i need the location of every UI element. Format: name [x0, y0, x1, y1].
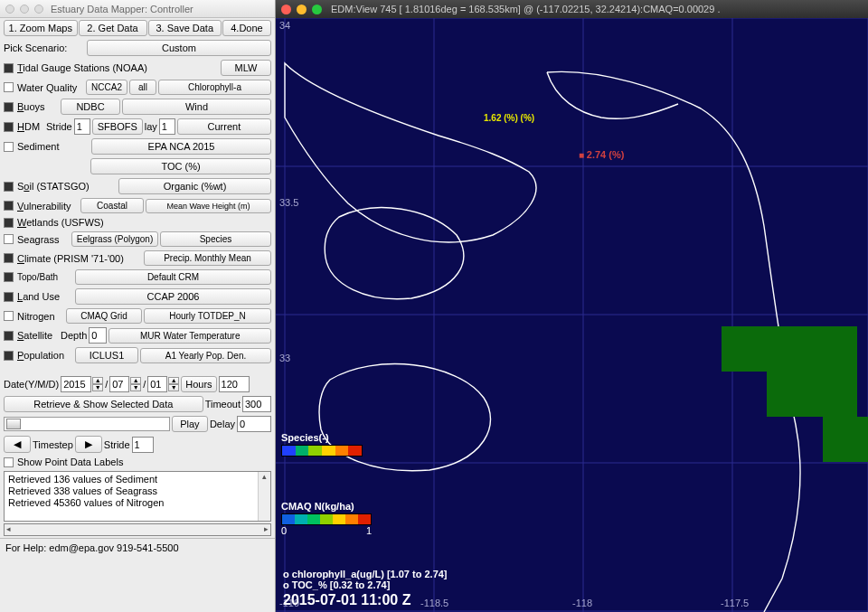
ytick: 34: [279, 20, 290, 31]
timestep-label: Timestep: [33, 439, 73, 450]
year-down[interactable]: ▼: [92, 384, 103, 391]
soil-check[interactable]: [4, 182, 14, 192]
buoy-a[interactable]: NDBC: [61, 99, 120, 115]
wq-check[interactable]: [4, 82, 14, 92]
log-line: Retrieved 338 values of Seagrass: [8, 485, 267, 497]
cmaq-cell: [812, 326, 857, 372]
hdm-src[interactable]: SFBOFS: [92, 118, 143, 135]
cmaq-legend: CMAQ N(kg/ha) 01: [281, 501, 372, 536]
day-down[interactable]: ▼: [168, 384, 179, 391]
year-up[interactable]: ▲: [92, 377, 103, 384]
map-window-controls[interactable]: [281, 5, 322, 14]
showlabels-check[interactable]: [4, 457, 14, 467]
log-line: Retrieved 45360 values of Nitrogen: [8, 497, 267, 509]
pop-b[interactable]: A1 Yearly Pop. Den.: [140, 348, 271, 363]
play-button[interactable]: Play: [172, 416, 208, 432]
sg-b[interactable]: Species: [160, 231, 271, 247]
scenario-select[interactable]: Custom: [87, 40, 271, 56]
controller-title: Estuary Data Mapper: Controller: [51, 4, 193, 14]
sat-depth-input[interactable]: [89, 327, 107, 344]
vuln-b[interactable]: Mean Wave Height (m): [146, 199, 271, 213]
step-back-button[interactable]: ◀: [4, 436, 31, 453]
wet-check[interactable]: [4, 218, 14, 228]
tidal-opt[interactable]: MLW: [221, 60, 271, 76]
sat-check[interactable]: [4, 331, 14, 341]
topo-a[interactable]: Default CRM: [75, 269, 271, 285]
date-month[interactable]: [109, 376, 129, 392]
sg-label: Seagrass: [17, 234, 70, 245]
zoom-maps-tab[interactable]: 1. Zoom Maps: [4, 20, 78, 36]
controller-titlebar: Estuary Data Mapper: Controller: [0, 0, 275, 18]
vuln-label: Vulnerability: [17, 201, 79, 212]
data-point: ■ 2.74 (%): [579, 149, 624, 160]
hdm-lay-input[interactable]: [159, 118, 175, 135]
vuln-a[interactable]: Coastal: [80, 198, 144, 213]
controller-panel: Estuary Data Mapper: Controller 1. Zoom …: [0, 0, 276, 612]
buoy-b[interactable]: Wind: [122, 99, 271, 115]
log-vscroll[interactable]: ▴: [258, 472, 270, 521]
ytick: 33: [279, 353, 290, 363]
month-up[interactable]: ▲: [130, 377, 141, 384]
day-up[interactable]: ▲: [168, 377, 179, 384]
clim-a[interactable]: Precip. Monthly Mean: [144, 250, 271, 266]
date-day[interactable]: [147, 376, 167, 392]
save-data-tab[interactable]: 3. Save Data: [148, 20, 222, 36]
date-year[interactable]: [61, 376, 91, 392]
hours-input[interactable]: [219, 376, 250, 392]
map-titlebar: EDM:View 745 [ 1.81016deg = 168.535km] @…: [276, 0, 868, 18]
map-footer: o chlorophyll_a(ug/L) [1.07 to 2.74] o T…: [276, 565, 455, 612]
play-slider[interactable]: [4, 417, 170, 431]
month-down[interactable]: ▼: [130, 384, 141, 391]
retrieve-button[interactable]: Retrieve & Show Selected Data: [4, 396, 203, 412]
cmaq-cell: [767, 326, 812, 372]
sed-b[interactable]: TOC (%): [90, 158, 271, 174]
log-hscroll[interactable]: ◂▸: [4, 523, 271, 536]
sg-a[interactable]: Eelgrass (Polygon): [71, 231, 158, 247]
cmaq-cell: [823, 417, 868, 462]
lu-a[interactable]: CCAP 2006: [75, 288, 271, 305]
delay-label: Delay: [210, 419, 235, 429]
delay-input[interactable]: [237, 416, 271, 432]
map-window: EDM:View 745 [ 1.81016deg = 168.535km] @…: [276, 0, 868, 612]
cmaq-cell: [767, 372, 812, 417]
date-label: Date(Y/M/D): [4, 379, 59, 390]
nit-a[interactable]: CMAQ Grid: [66, 308, 142, 324]
step-fwd-button[interactable]: ▶: [75, 436, 102, 453]
clim-check[interactable]: [4, 253, 14, 263]
tidal-check[interactable]: [4, 63, 14, 73]
map-canvas[interactable]: 1.62 (%) (%) ■ 2.74 (%) 34 33.5 33 -119 …: [276, 18, 868, 612]
lu-check[interactable]: [4, 292, 14, 302]
wq-a[interactable]: NCCA2: [86, 80, 127, 95]
xtick: -118: [572, 598, 592, 608]
hdm-stride-label: Stride: [46, 121, 72, 132]
pop-check[interactable]: [4, 351, 14, 361]
sed-a[interactable]: EPA NCA 2015: [91, 138, 271, 155]
get-data-tab[interactable]: 2. Get Data: [79, 20, 147, 36]
window-controls[interactable]: [5, 5, 43, 14]
hours-button[interactable]: Hours: [181, 376, 216, 392]
wq-c[interactable]: Chlorophyll-a: [158, 80, 271, 95]
sat-a[interactable]: MUR Water Temperature: [108, 328, 271, 344]
hdm-check[interactable]: [4, 122, 14, 132]
showlabels-label: Show Point Data Labels: [17, 457, 123, 467]
soil-a[interactable]: Organic (%wt): [118, 178, 271, 194]
stride-input[interactable]: [132, 437, 154, 453]
hdm-c[interactable]: Current: [177, 118, 271, 135]
nit-check[interactable]: [4, 311, 14, 321]
cmaq-cell: [722, 326, 767, 372]
hdm-stride-input[interactable]: [74, 118, 90, 135]
topo-check[interactable]: [4, 272, 14, 282]
done-tab[interactable]: 4.Done: [222, 20, 271, 36]
buoy-check[interactable]: [4, 102, 14, 112]
nit-b[interactable]: Hourly TOTDEP_N: [144, 308, 271, 324]
sed-check[interactable]: [4, 142, 14, 152]
sg-check[interactable]: [4, 234, 14, 244]
wq-b[interactable]: all: [129, 80, 156, 95]
pop-a[interactable]: ICLUS1: [75, 347, 138, 363]
timeout-input[interactable]: [242, 396, 271, 412]
lu-label: Land Use: [17, 291, 73, 302]
vuln-check[interactable]: [4, 201, 14, 211]
ytick: 33.5: [279, 197, 298, 208]
wq-label: Water Quality: [17, 82, 84, 93]
topo-label: Topo/Bath: [17, 272, 73, 282]
